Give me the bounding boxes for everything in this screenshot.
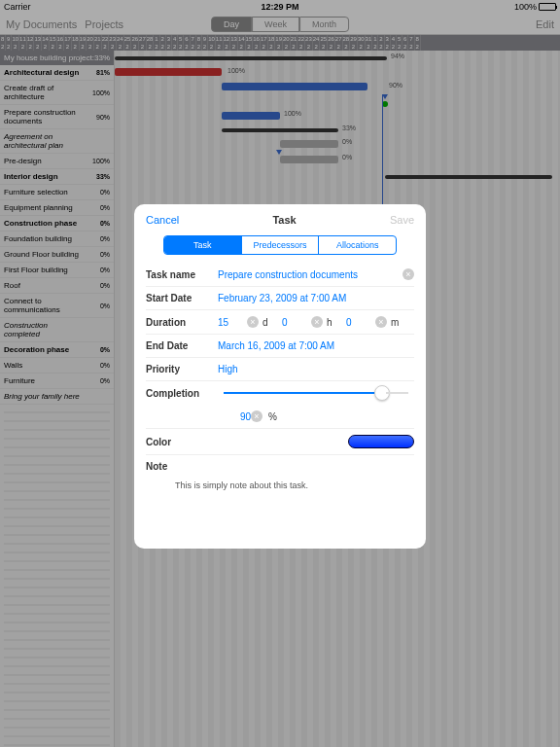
end-date-label: End Date xyxy=(146,340,218,351)
duration-hours-field[interactable]: 0 xyxy=(282,317,307,328)
task-form: Task name Prepare construction documents… xyxy=(134,263,426,549)
duration-days-field[interactable]: 15 xyxy=(218,317,243,328)
note-label: Note xyxy=(146,461,218,472)
task-modal: Cancel Task Save Task Predecessors Alloc… xyxy=(134,204,426,549)
duration-label: Duration xyxy=(146,317,218,328)
color-swatch[interactable] xyxy=(348,435,414,448)
task-name-field[interactable]: Prepare construction documents xyxy=(218,269,402,280)
modal-tabs[interactable]: Task Predecessors Allocations xyxy=(163,235,397,255)
start-date-label: Start Date xyxy=(146,293,218,303)
tab-allocations[interactable]: Allocations xyxy=(318,236,396,254)
duration-minutes-field[interactable]: 0 xyxy=(346,317,371,328)
clear-icon[interactable]: × xyxy=(247,316,259,328)
modal-overlay: Cancel Task Save Task Predecessors Alloc… xyxy=(0,0,560,747)
save-button[interactable]: Save xyxy=(390,214,414,226)
unit-m: m xyxy=(391,317,406,328)
priority-label: Priority xyxy=(146,364,218,374)
tab-task[interactable]: Task xyxy=(164,236,241,254)
completion-value-field[interactable]: 90 xyxy=(218,411,251,422)
end-date-field[interactable]: March 16, 2009 at 7:00 AM xyxy=(218,340,414,351)
completion-slider[interactable] xyxy=(224,392,408,394)
modal-header: Cancel Task Save xyxy=(134,204,426,235)
task-name-label: Task name xyxy=(146,269,218,280)
unit-h: h xyxy=(327,317,342,328)
tab-predecessors[interactable]: Predecessors xyxy=(241,236,319,254)
clear-icon[interactable]: × xyxy=(251,410,262,422)
cancel-button[interactable]: Cancel xyxy=(146,214,179,226)
clear-icon[interactable]: × xyxy=(402,268,414,280)
completion-label: Completion xyxy=(146,388,218,399)
slider-thumb[interactable] xyxy=(374,385,390,401)
modal-title: Task xyxy=(272,214,296,226)
unit-d: d xyxy=(262,317,278,328)
start-date-field[interactable]: February 23, 2009 at 7:00 AM xyxy=(218,293,414,303)
note-field[interactable]: This is simply note about this task. xyxy=(146,479,414,549)
priority-field[interactable]: High xyxy=(218,364,414,374)
color-label: Color xyxy=(146,437,218,447)
clear-icon[interactable]: × xyxy=(375,316,387,328)
pct-unit: % xyxy=(268,411,284,422)
clear-icon[interactable]: × xyxy=(311,316,323,328)
